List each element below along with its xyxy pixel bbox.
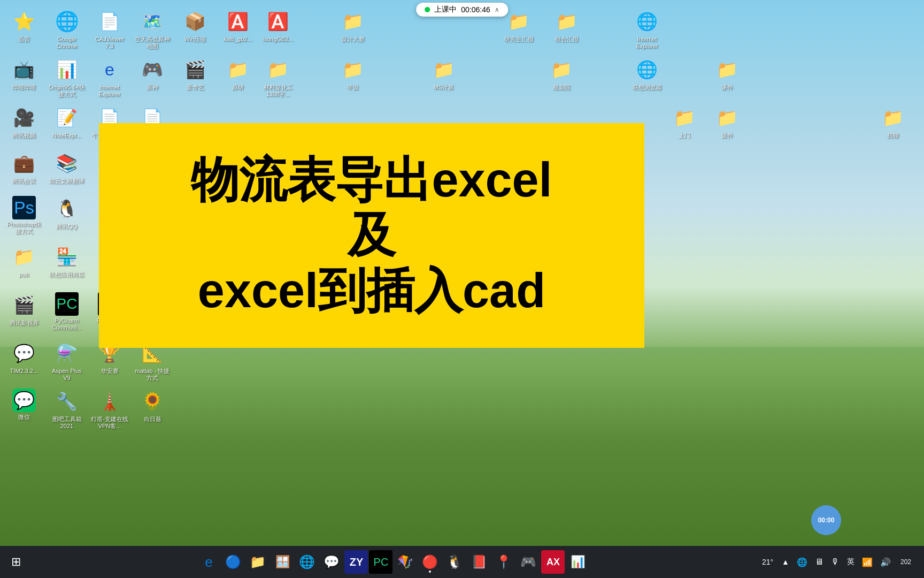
icon-img-kaiti: 🅰️	[225, 9, 251, 34]
tray-mic-icon[interactable]: 🎙	[829, 555, 842, 569]
system-clock[interactable]: 202	[896, 556, 915, 568]
icon-cailiao[interactable]: 📁 材料堂化工1308字...	[257, 54, 299, 101]
icon-map[interactable]: 🗺️ 空天高低原神地图	[131, 5, 174, 53]
icon-sheji[interactable]: 📁 设计大赛	[332, 5, 374, 46]
icon-img-map: 🗺️	[140, 9, 165, 34]
icon-sunflower[interactable]: 🌻 向日葵	[131, 385, 174, 426]
icon-lenovo-store[interactable]: 🏪 联想应用商店	[45, 241, 88, 282]
icon-label-bilibili: 哔哩哔哩	[12, 84, 36, 91]
icon-ie2[interactable]: e Internet Explorer	[88, 54, 131, 101]
icon-lxbrowser[interactable]: 🌐 联想浏览器	[626, 54, 668, 94]
icon-ie1[interactable]: 🌐 Internet Explorer	[626, 5, 668, 53]
icon-img-qianyi: ⭐	[11, 9, 37, 34]
icon-img-zhiyun: 📚	[54, 150, 80, 176]
icon-tx-video-lib[interactable]: 🎬 腾讯影视库	[3, 289, 45, 330]
tray-monitor-icon[interactable]: 🖥	[813, 555, 826, 569]
icon-img-shangmen: 📁	[672, 105, 697, 131]
tray-wifi-icon[interactable]: 📶	[860, 555, 875, 569]
taskbar-lx-icon[interactable]: 🔵	[221, 550, 245, 574]
icon-label-lxstore: 联想应用商店	[49, 271, 84, 278]
taskbar-wechat-icon[interactable]: 💬	[320, 550, 343, 574]
taskbar-pdf-icon[interactable]: 📕	[467, 550, 491, 574]
icon-img-guihua: 📁	[549, 57, 574, 82]
icon-biye[interactable]: 📁 毕设	[332, 54, 374, 94]
icon-shangmen[interactable]: 📁 上门	[663, 102, 706, 142]
taskbar-explorer-icon[interactable]: 📁	[246, 550, 270, 574]
tray-network-icon[interactable]: 🌐	[795, 555, 810, 569]
taskbar-qq-icon[interactable]: 🐧	[443, 550, 466, 574]
taskbar: ⊞ e 🔵 📁 🪟 🌐 💬 ZY PC 🪁 🔴 🐧	[0, 546, 924, 578]
icon-label-zhiyun: 知云文献翻译	[49, 178, 84, 185]
icon-img-ie1: 🌐	[634, 9, 660, 34]
taskbar-chrome-icon[interactable]: 🔴	[418, 550, 442, 574]
icon-tim[interactable]: 💬 TIM2.3.2...	[3, 337, 45, 378]
icon-zhiyun[interactable]: 📚 知云文献翻译	[45, 147, 88, 188]
taskbar-pycharm-icon[interactable]: PC	[369, 550, 392, 574]
taskbar-aspen-icon[interactable]: 🪁	[394, 550, 417, 574]
taskbar-zhiyun-icon[interactable]: ZY	[344, 550, 368, 574]
icon-img-noteexpr: 📝	[54, 105, 80, 131]
taskbar-right: 21° ▲ 🌐 🖥 🎙 英 📶 🔊 202	[759, 555, 920, 569]
taskbar-excel-icon[interactable]: 📊	[566, 550, 589, 574]
icon-label-pycharm: PyCharm Communi...	[48, 317, 86, 331]
icon-yuanshen[interactable]: 🎮 原神	[131, 54, 174, 94]
taskbar-edge-icon[interactable]: e	[197, 550, 220, 574]
icon-ms[interactable]: 📁 MS计算	[422, 54, 465, 94]
icon-wechat[interactable]: 💬 微信	[3, 385, 45, 424]
icon-kaiti[interactable]: 🅰️ kaiti_gb2...	[217, 5, 259, 46]
taskbar-store-icon[interactable]: 🪟	[271, 550, 294, 574]
icon-yuanyan[interactable]: 📁 原研	[217, 54, 259, 94]
taskbar-center: e 🔵 📁 🪟 🌐 💬 ZY PC 🪁 🔴 🐧 📕 📍	[28, 550, 759, 574]
icon-folder-extra[interactable]: 📁 担聊	[872, 102, 914, 142]
icon-tubar[interactable]: 🔧 图吧工具箱2021	[45, 385, 88, 433]
banner-line1: 物流表导出excel	[191, 153, 552, 207]
icon-bilibili[interactable]: 📺 哔哩哔哩	[3, 54, 45, 94]
icon-isong[interactable]: 🅰️ isongGB2...	[257, 5, 299, 46]
start-button[interactable]: ⊞	[4, 550, 28, 574]
timer-chevron-icon[interactable]: ∧	[495, 6, 499, 13]
taskbar-ie-icon[interactable]: 🌐	[295, 550, 319, 574]
icon-qianyi[interactable]: ⭐ 迅雷	[3, 5, 45, 46]
icon-img-bilibili: 📺	[11, 57, 37, 82]
circle-timer[interactable]: 00:00	[811, 505, 841, 535]
icon-img-ms: 📁	[431, 57, 457, 82]
tray-lang-icon[interactable]: 英	[845, 555, 857, 569]
icon-guihua[interactable]: 📁 规划院	[540, 54, 583, 94]
icon-label-noteexpr: NoteExpr...	[52, 132, 81, 139]
taskbar-game-icon[interactable]: 🎮	[517, 550, 540, 574]
icon-pycharm[interactable]: PC PyCharm Communi...	[45, 289, 88, 334]
icon-pub[interactable]: 📁 pub	[3, 241, 45, 282]
icon-cajviewer[interactable]: 📄 CAJViewer 7.3	[88, 5, 131, 53]
icon-photoshop[interactable]: Ps Photoshop快捷方式	[3, 193, 45, 238]
icon-img-txmeeting: 💼	[11, 150, 37, 176]
clock-time: 202	[900, 558, 911, 566]
icon-qq[interactable]: 🐧 腾讯QQ	[45, 193, 88, 233]
icon-dengta[interactable]: 🗼 灯塔-党建在线VPN客...	[88, 385, 131, 433]
icon-noteexpr[interactable]: 📝 NoteExpr...	[45, 102, 88, 142]
temperature-badge: 21°	[759, 557, 776, 567]
icon-iqiyi[interactable]: 🎬 爱奇艺	[174, 54, 217, 94]
icon-google-chrome[interactable]: 🌐 Google Chrome	[45, 5, 88, 53]
icon-origin[interactable]: 📊 Origin95 64快捷方式	[45, 54, 88, 101]
taskbar-left: ⊞	[4, 550, 28, 574]
tray-arrow-icon[interactable]: ▲	[780, 556, 791, 568]
icon-label-wechat: 微信	[18, 414, 30, 421]
taskbar-autocad-icon[interactable]: AX	[541, 550, 565, 574]
tray-volume-icon[interactable]: 🔊	[878, 555, 893, 569]
icon-img-aspen: ⚗️	[54, 340, 80, 366]
icon-tencent-video[interactable]: 🎥 腾讯视频	[3, 102, 45, 142]
icon-shejian[interactable]: 📁 设件	[706, 102, 749, 142]
icon-img-isong: 🅰️	[265, 9, 291, 34]
icon-aspen[interactable]: ⚗️ Aspen Plus V9	[45, 337, 88, 385]
taskbar-gps-icon[interactable]: 📍	[492, 550, 515, 574]
icon-label-txmeeting: 腾讯会议	[12, 178, 36, 185]
icon-kejian[interactable]: 📁 课件	[706, 54, 749, 94]
class-timer-badge[interactable]: 上课中 00:06:46 ∧	[416, 3, 508, 17]
icon-label-folder-extra: 担聊	[887, 132, 899, 139]
icon-tencent-meeting[interactable]: 💼 腾讯会议	[3, 147, 45, 188]
icon-label-ie2: Internet Explorer	[90, 84, 129, 98]
icon-img-winzip: 📦	[182, 9, 208, 34]
icon-zuhe[interactable]: 📁 组合汇报	[545, 5, 588, 46]
icon-winzip[interactable]: 📦 Win压缩	[174, 5, 217, 46]
timer-status-dot	[425, 7, 430, 12]
